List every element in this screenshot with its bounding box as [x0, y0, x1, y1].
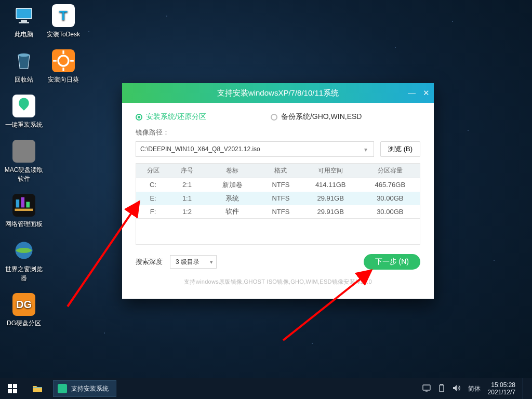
th-index: 序号	[170, 164, 204, 178]
svg-rect-7	[15, 209, 33, 211]
search-depth-value: 3 级目录	[176, 258, 200, 267]
tab-backup[interactable]: 备份系统/GHO,WIN,ESD	[271, 112, 362, 122]
taskbar-task-installer[interactable]: 支持安装系统	[53, 380, 116, 397]
dropdown-icon[interactable]: ▾	[361, 145, 370, 154]
th-partition: 分区	[136, 164, 170, 178]
minimize-icon[interactable]: —	[408, 83, 416, 103]
cell-free: 29.91GB	[301, 205, 361, 219]
desktop-icons-col1: 此电脑回收站一键重装系统MAC硬盘读取软件网络管理面板世界之窗浏览器DGDG硬盘…	[4, 4, 44, 338]
tab-install-label: 安装系统/还原分区	[146, 112, 206, 122]
task-app-icon	[58, 384, 67, 393]
tray-clock[interactable]: 15:05:28 2021/12/7	[488, 381, 515, 396]
task-title: 支持安装系统	[71, 384, 109, 393]
file-explorer-button[interactable]	[25, 378, 50, 399]
image-path-input[interactable]: C:\DEEPIN_WIN10_X64_Q8_V2021.12.iso ▾	[136, 141, 374, 157]
desktop-icon-cloud[interactable]: 一键重装系统	[4, 95, 44, 129]
tray-ime-indicator[interactable]: 简体	[468, 384, 481, 393]
cell-fmt: NTFS	[261, 178, 301, 192]
sun-icon	[52, 49, 75, 72]
tab-install-restore[interactable]: 安装系统/还原分区	[136, 112, 206, 122]
tray-volume-icon[interactable]	[453, 384, 461, 393]
th-volume: 卷标	[204, 164, 261, 178]
svg-rect-0	[16, 8, 32, 19]
desktop-icons-col2: T安装ToDesk安装向日葵	[44, 4, 83, 95]
desktop-icon-sun[interactable]: 安装向日葵	[44, 49, 83, 84]
tray-time: 15:05:28	[488, 381, 515, 389]
taskbar: 支持安装系统 简体 15:05:28 2021/12/7	[0, 378, 532, 399]
th-capacity: 分区容量	[361, 164, 420, 178]
svg-rect-17	[13, 384, 17, 388]
cell-vol: 新加卷	[204, 178, 261, 192]
cell-cap: 30.00GB	[361, 205, 420, 219]
desktop-icon-label: DG硬盘分区	[4, 319, 44, 328]
installer-footer-text: 支持windows原版镜像,GHOST ISO镜像,GHO,WIM,ESD镜像安…	[136, 278, 420, 286]
svg-rect-16	[8, 384, 12, 388]
cloud-icon	[12, 95, 35, 117]
installer-window: 支持安装windowsXP/7/8/10/11系统 — ✕ 安装系统/还原分区 …	[122, 83, 434, 299]
svg-rect-4	[16, 200, 20, 207]
desktop-icon-todesk[interactable]: T安装ToDesk	[44, 4, 83, 39]
desktop-icon-globe[interactable]: 世界之窗浏览器	[4, 239, 44, 283]
desktop-icon-bin[interactable]: 回收站	[4, 49, 44, 84]
image-path-label: 镜像路径：	[136, 128, 420, 137]
radio-dot-icon	[271, 114, 277, 121]
next-button[interactable]: 下一步 (N)	[364, 254, 420, 270]
th-format: 格式	[261, 164, 301, 178]
pc-icon	[12, 4, 35, 27]
desktop-icon-net[interactable]: 网络管理面板	[4, 194, 44, 229]
desktop-icon-mac[interactable]: MAC硬盘读取软件	[4, 140, 44, 183]
desktop-icon-label: 此电脑	[4, 30, 44, 39]
net-icon	[12, 194, 35, 217]
cell-fmt: NTFS	[261, 192, 301, 205]
show-desktop-button[interactable]	[523, 378, 527, 399]
todesk-icon: T	[52, 4, 75, 27]
desktop-icon-label: 安装ToDesk	[44, 30, 83, 39]
partition-table-blank	[136, 219, 420, 245]
svg-rect-2	[19, 22, 29, 23]
cell-idx: 2:1	[170, 178, 204, 192]
svg-rect-20	[423, 385, 430, 390]
desktop-icon-pc[interactable]: 此电脑	[4, 4, 44, 39]
desktop-icon-label: 一键重装系统	[4, 121, 44, 129]
svg-rect-19	[13, 389, 17, 393]
th-free: 可用空间	[301, 164, 361, 178]
svg-rect-22	[441, 384, 443, 385]
cell-cap: 30.00GB	[361, 192, 420, 205]
svg-point-9	[58, 56, 69, 66]
search-depth-label: 搜索深度	[136, 257, 163, 267]
mac-icon	[12, 140, 35, 163]
cell-idx: 1:2	[170, 205, 204, 219]
globe-icon	[12, 239, 35, 262]
partition-row[interactable]: F:1:2软件NTFS29.91GB30.00GB	[136, 205, 420, 219]
partition-row[interactable]: E:1:1系统NTFS29.91GB30.00GB	[136, 192, 420, 205]
svg-rect-5	[21, 197, 25, 208]
desktop-icon-dg[interactable]: DGDG硬盘分区	[4, 293, 44, 328]
cell-idx: 1:1	[170, 192, 204, 205]
partition-row[interactable]: C:2:1新加卷NTFS414.11GB465.76GB	[136, 178, 420, 192]
desktop-icon-label: MAC硬盘读取软件	[4, 166, 44, 183]
close-icon[interactable]: ✕	[423, 83, 430, 103]
svg-point-3	[18, 54, 30, 57]
start-button[interactable]	[0, 378, 25, 399]
svg-rect-6	[26, 202, 30, 207]
svg-rect-18	[8, 389, 12, 393]
tray-date: 2021/12/7	[488, 389, 515, 396]
desktop-icon-label: 回收站	[4, 75, 44, 84]
cell-part: C:	[136, 178, 170, 192]
tray-network-icon[interactable]	[422, 384, 431, 393]
desktop-icon-label: 世界之窗浏览器	[4, 265, 44, 283]
cell-free: 414.11GB	[301, 178, 361, 192]
browse-button[interactable]: 浏览 (B)	[380, 141, 420, 157]
partition-table: 分区 序号 卷标 格式 可用空间 分区容量 C:2:1新加卷NTFS414.11…	[136, 163, 420, 219]
cell-vol: 系统	[204, 192, 261, 205]
dg-icon: DG	[12, 293, 35, 316]
cell-part: F:	[136, 205, 170, 219]
radio-dot-icon	[136, 114, 142, 121]
cell-fmt: NTFS	[261, 205, 301, 219]
image-path-value: C:\DEEPIN_WIN10_X64_Q8_V2021.12.iso	[140, 145, 260, 153]
cell-free: 29.91GB	[301, 192, 361, 205]
search-depth-select[interactable]: 3 级目录	[170, 255, 217, 269]
tray-battery-icon[interactable]	[438, 384, 445, 394]
svg-rect-1	[21, 20, 27, 22]
desktop-icon-label: 网络管理面板	[4, 220, 44, 229]
